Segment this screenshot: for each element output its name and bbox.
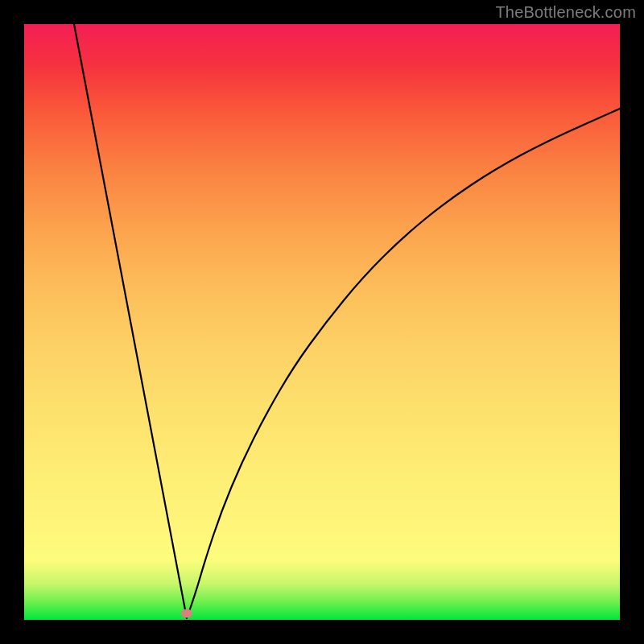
minimum-marker <box>181 609 192 618</box>
watermark-text: TheBottleneck.com <box>495 3 636 22</box>
plot-area <box>24 24 620 620</box>
bottleneck-curve <box>24 24 620 620</box>
chart-frame: TheBottleneck.com <box>0 0 644 644</box>
